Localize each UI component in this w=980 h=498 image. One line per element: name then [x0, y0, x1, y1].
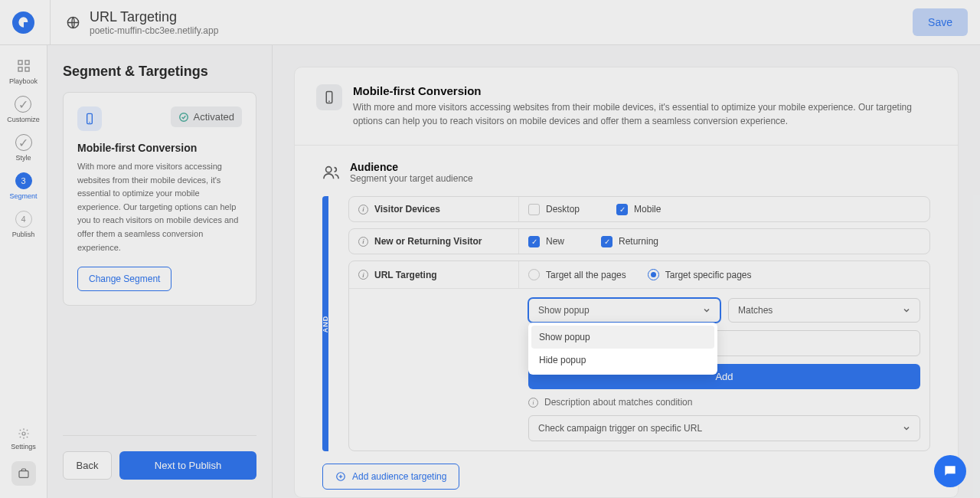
radio-target-specific[interactable]: Target specific pages [648, 269, 752, 280]
mobile-icon [77, 106, 102, 131]
match-condition-select[interactable]: Matches [728, 298, 920, 323]
back-button[interactable]: Back [63, 451, 112, 480]
rule-new-returning: iNew or Returning Visitor ✓New ✓Returnin… [348, 228, 930, 254]
checkbox-mobile[interactable]: ✓Mobile [616, 204, 661, 215]
rule-url-targeting: iURL Targeting Target all the pages Targ… [348, 260, 930, 451]
rule-label-text: URL Targeting [374, 270, 437, 280]
nav-publish[interactable]: 4 Publish [12, 211, 35, 238]
svg-point-5 [22, 432, 25, 435]
divider [50, 0, 51, 45]
step-number-icon: 4 [15, 211, 32, 228]
chevron-down-icon [903, 306, 910, 314]
card-title: Mobile-first Conversion [77, 142, 242, 154]
chevron-down-icon [703, 306, 710, 314]
check-trigger-collapse[interactable]: Check campaign trigger on specific URL [528, 415, 920, 441]
main-content: Mobile-first Conversion With more and mo… [273, 45, 980, 498]
gear-icon [18, 428, 30, 440]
change-segment-button[interactable]: Change Segment [77, 267, 172, 291]
svg-rect-3 [18, 67, 22, 71]
audience-icon [322, 164, 339, 181]
step-number-icon: 3 [15, 172, 32, 189]
rule-label-text: New or Returning Visitor [374, 236, 482, 247]
nav-settings[interactable]: Settings [11, 428, 36, 450]
save-button[interactable]: Save [913, 8, 968, 36]
audience-title: Audience [350, 161, 473, 173]
page-title: URL Targeting [90, 9, 218, 25]
chat-icon [942, 464, 958, 479]
svg-point-12 [326, 167, 332, 172]
panel: Mobile-first Conversion With more and mo… [294, 67, 959, 498]
checkbox-desktop[interactable]: Desktop [528, 204, 580, 215]
rule-visitor-devices: iVisitor Devices Desktop ✓Mobile [348, 196, 930, 222]
dropdown-option-hide[interactable]: Hide popup [531, 349, 714, 372]
page-subtitle: poetic-muffin-cbc3ee.netlify.app [90, 25, 218, 36]
nav-label: Customize [7, 116, 40, 123]
check-circle-icon: ✓ [15, 134, 32, 151]
nav-briefcase[interactable] [11, 461, 36, 486]
nav-style[interactable]: ✓ Style [15, 134, 32, 162]
checkbox-new[interactable]: ✓New [528, 236, 564, 247]
info-icon[interactable]: i [358, 205, 368, 215]
rule-label-text: Visitor Devices [374, 204, 440, 215]
nav-segment[interactable]: 3 Segment [9, 172, 37, 200]
audience-subtitle: Segment your target audience [350, 173, 473, 184]
add-audience-targeting-button[interactable]: Add audience targeting [322, 464, 459, 490]
match-hint: iDescription about matches condition [528, 397, 920, 408]
card-description: With more and more visitors accessing we… [77, 160, 242, 254]
nav-label: Publish [12, 231, 35, 238]
svg-rect-1 [18, 61, 22, 64]
svg-rect-6 [19, 471, 28, 478]
segment-card: Activated Mobile-first Conversion With m… [63, 92, 256, 306]
top-bar: URL Targeting poetic-muffin-cbc3ee.netli… [0, 0, 980, 45]
chevron-down-icon [903, 424, 910, 432]
info-icon[interactable]: i [358, 270, 368, 280]
check-circle-icon [178, 112, 189, 123]
nav-label: Style [15, 154, 31, 162]
grid-icon [15, 57, 32, 74]
popup-action-select[interactable]: Show popup [528, 298, 720, 323]
popup-action-dropdown: Show popup Hide popup [528, 323, 717, 375]
radio-target-all[interactable]: Target all the pages [528, 269, 626, 280]
nav-label: Settings [11, 443, 36, 450]
panel-description: With more and more visitors accessing we… [353, 100, 936, 128]
briefcase-icon [18, 467, 30, 480]
info-icon: i [528, 398, 538, 408]
checkbox-returning[interactable]: ✓Returning [601, 236, 658, 247]
sidebar: Segment & Targetings Activated Mobile-fi… [47, 45, 273, 498]
nav-customize[interactable]: ✓ Customize [7, 96, 40, 123]
and-connector: AND [322, 196, 328, 451]
nav-label: Playbook [9, 77, 38, 85]
plus-circle-icon [335, 471, 346, 482]
app-logo [12, 11, 34, 34]
svg-rect-4 [25, 67, 29, 71]
dropdown-option-show[interactable]: Show popup [531, 326, 714, 349]
nav-label: Segment [9, 192, 37, 200]
nav-playbook[interactable]: Playbook [9, 57, 38, 85]
left-nav: Playbook ✓ Customize ✓ Style 3 Segment 4… [0, 45, 47, 498]
globe-icon [66, 15, 80, 30]
next-button[interactable]: Next to Publish [119, 451, 256, 480]
badge-text: Activated [194, 111, 234, 123]
check-circle-icon: ✓ [15, 96, 31, 113]
mobile-icon [316, 84, 342, 110]
activated-badge: Activated [171, 106, 242, 127]
info-icon[interactable]: i [358, 237, 368, 247]
chat-launcher[interactable] [934, 455, 966, 487]
and-label: AND [322, 315, 329, 333]
svg-rect-2 [25, 61, 29, 64]
page-title-block: URL Targeting poetic-muffin-cbc3ee.netli… [90, 9, 218, 36]
panel-title: Mobile-first Conversion [353, 84, 936, 97]
sidebar-heading: Segment & Targetings [63, 64, 256, 80]
